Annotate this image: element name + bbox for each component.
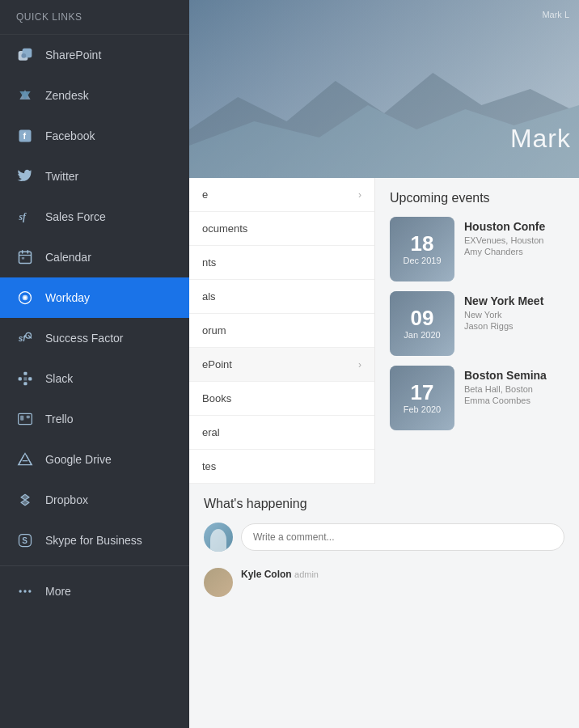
sidebar-item-calendar[interactable]: Calendar (0, 237, 189, 277)
sidebar-label-workday: Workday (45, 291, 90, 304)
sidebar-item-sharepoint[interactable]: SharePoint (0, 35, 189, 75)
sidebar-item-workday[interactable]: Workday (0, 277, 189, 318)
left-panel-item-1[interactable]: ocuments (189, 212, 374, 246)
zendesk-icon (16, 87, 34, 104)
svg-point-32 (28, 590, 31, 592)
svg-rect-21 (23, 377, 27, 380)
event-date-1: 09 Jan 2020 (390, 291, 454, 356)
sharepoint-icon (16, 46, 34, 64)
left-item-label-eral: eral (202, 426, 220, 438)
left-item-label-1: ocuments (202, 222, 247, 235)
sidebar-item-slack[interactable]: Slack (0, 358, 189, 399)
successfactor-icon: sf (16, 329, 34, 347)
left-item-label-tes: tes (202, 460, 216, 472)
slack-icon (16, 370, 34, 387)
comment-input[interactable] (241, 523, 564, 551)
event-date-0: 18 Dec 2019 (390, 217, 454, 281)
event-day-0: 18 (411, 233, 434, 254)
left-item-label-books: Books (202, 392, 231, 404)
svg-point-2 (21, 53, 26, 58)
sidebar-label-more: More (45, 585, 71, 598)
dropbox-icon (16, 491, 34, 509)
sidebar-label-skype: Skype for Business (45, 534, 142, 547)
sidebar-label-dropbox: Dropbox (45, 493, 88, 506)
sidebar-item-twitter[interactable]: Twitter (0, 156, 189, 197)
event-organizer-0: Amy Chanders (464, 247, 564, 256)
left-panel-item-books[interactable]: Books (189, 382, 374, 416)
sidebar-item-skype[interactable]: S Skype for Business (0, 520, 189, 561)
sidebar-item-googledrive[interactable]: Google Drive (0, 439, 189, 480)
activity-avatar-0 (204, 568, 233, 597)
event-card-1: 09 Jan 2020 New York Meet New York Jason… (390, 291, 564, 356)
event-month-1: Jan 2020 (404, 330, 440, 340)
left-item-label-0: e (202, 188, 208, 201)
event-organizer-2: Emma Coombes (464, 396, 564, 405)
left-panel-item-0[interactable]: e › (189, 178, 374, 212)
sidebar-label-salesforce: Sales Force (45, 210, 106, 223)
event-month-0: Dec 2019 (403, 256, 441, 265)
left-panel-item-eral[interactable]: eral (189, 416, 374, 450)
event-info-0: Houston Confe EXVenues, Houston Amy Chan… (464, 217, 564, 256)
left-panel-item-sharepoint[interactable]: ePoint › (189, 348, 374, 382)
activity-name-0: Kyle Colon (241, 569, 292, 580)
sidebar-item-successfactor[interactable]: sf Success Factor (0, 318, 189, 358)
left-panel-item-2[interactable]: nts (189, 246, 374, 280)
left-item-label-3: als (202, 290, 216, 303)
upcoming-events-title: Upcoming events (390, 191, 564, 205)
sidebar-item-zendesk[interactable]: Zendesk (0, 75, 189, 116)
sidebar-item-facebook[interactable]: f Facebook (0, 116, 189, 156)
sidebar-item-trello[interactable]: Trello (0, 399, 189, 439)
left-nav-panel: e › ocuments nts als orum ePoint › Books (189, 178, 375, 484)
event-title-0: Houston Confe (464, 220, 564, 233)
svg-text:f: f (23, 131, 27, 141)
svg-rect-6 (19, 252, 32, 263)
hero-greeting: Mark (510, 124, 571, 154)
sidebar-item-salesforce[interactable]: sf Sales Force (0, 197, 189, 237)
event-organizer-1: Jason Riggs (464, 321, 564, 331)
event-day-2: 17 (411, 382, 434, 403)
hero-banner: Mark L Mark (189, 0, 579, 178)
svg-rect-22 (19, 413, 32, 424)
main-content: Mark L Mark e › ocuments nts als orum eP… (189, 0, 579, 728)
activity-text-0: Kyle Colon admin (241, 568, 319, 582)
left-panel-item-4[interactable]: orum (189, 314, 374, 348)
skype-icon: S (16, 531, 34, 549)
event-date-2: 17 Feb 2020 (390, 366, 454, 430)
svg-point-30 (19, 590, 22, 592)
sidebar-header: Quick Links (0, 0, 189, 35)
sidebar-item-more[interactable]: More (0, 571, 189, 612)
comment-avatar (204, 523, 233, 552)
content-area: e › ocuments nts als orum ePoint › Books (189, 178, 579, 484)
sidebar-label-successfactor: Success Factor (45, 332, 123, 345)
svg-rect-24 (27, 416, 30, 418)
workday-icon (16, 289, 34, 307)
trello-icon (16, 410, 34, 428)
chevron-icon-0: › (358, 189, 361, 201)
svg-rect-19 (28, 377, 32, 380)
event-info-1: New York Meet New York Jason Riggs (464, 291, 564, 331)
salesforce-icon: sf (16, 208, 34, 226)
left-panel-item-3[interactable]: als (189, 280, 374, 314)
googledrive-icon (16, 451, 34, 468)
left-item-label-2: nts (202, 256, 216, 269)
sidebar-label-googledrive: Google Drive (45, 453, 112, 466)
twitter-icon (16, 167, 34, 185)
event-day-1: 09 (411, 307, 434, 328)
svg-text:S: S (22, 536, 27, 545)
event-month-2: Feb 2020 (404, 404, 441, 414)
whats-happening-section: What's happening Kyle Colon admin (189, 484, 579, 616)
more-icon (16, 582, 34, 600)
svg-point-13 (23, 296, 26, 298)
event-title-1: New York Meet (464, 294, 564, 307)
sidebar-label-facebook: Facebook (45, 129, 95, 142)
svg-text:sf: sf (19, 212, 27, 222)
sidebar-label-zendesk: Zendesk (45, 89, 89, 102)
event-location-2: Beta Hall, Boston (464, 384, 564, 394)
event-card-2: 17 Feb 2020 Boston Semina Beta Hall, Bos… (390, 366, 564, 430)
right-panel: Upcoming events 18 Dec 2019 Houston Conf… (375, 178, 579, 484)
activity-role-0: admin (294, 569, 319, 579)
left-panel-item-tes[interactable]: tes (189, 450, 374, 484)
whats-happening-title: What's happening (204, 497, 564, 511)
sidebar-item-dropbox[interactable]: Dropbox (0, 480, 189, 520)
svg-rect-17 (19, 377, 22, 380)
